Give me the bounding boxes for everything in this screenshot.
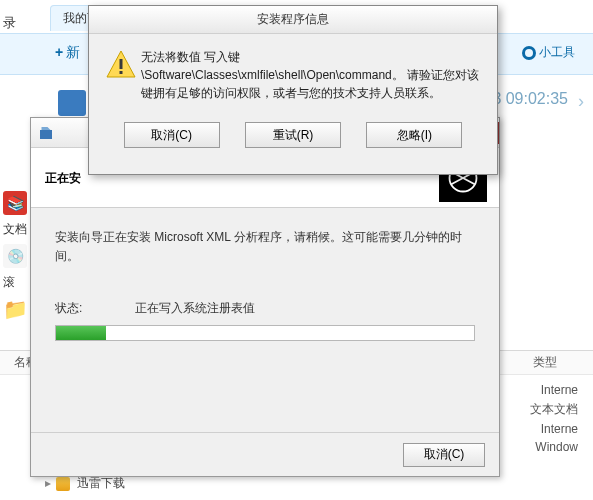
sidebar-docs-label: 文档	[3, 221, 27, 238]
left-edge-text: 录	[3, 14, 16, 32]
folder-icon[interactable]: 📁	[3, 297, 27, 321]
wizard-banner-title: 正在安	[45, 170, 81, 187]
dialog-titlebar[interactable]: 安装程序信息	[89, 6, 497, 34]
wizard-cancel-button[interactable]: 取消(C)	[403, 443, 485, 467]
left-sidebar: 📚 文档 💿 滚 📁	[0, 185, 30, 327]
dialog-line2: \Software\Classes\xmlfile\shell\Open\com…	[141, 66, 481, 102]
timestamp: 3 09:02:35	[492, 90, 568, 108]
status-text: 正在写入系统注册表值	[135, 300, 255, 317]
plus-icon: +	[55, 44, 63, 60]
sidebar-scroll-label: 滚	[3, 274, 27, 291]
tree-expand-icon[interactable]: ▸	[45, 476, 51, 490]
tree-node[interactable]: ▸ 迅雷下载	[45, 475, 125, 492]
app-icon[interactable]: 💿	[3, 244, 27, 268]
archive-icon[interactable]: 📚	[3, 191, 27, 215]
progress-bar	[55, 325, 475, 341]
progress-fill	[56, 326, 106, 340]
message-dialog: 安装程序信息 无法将数值 写入键 \Software\Classes\xmlfi…	[88, 5, 498, 175]
dialog-line1: 无法将数值 写入键	[141, 48, 481, 66]
book-icon	[58, 90, 86, 116]
dialog-cancel-button[interactable]: 取消(C)	[124, 122, 220, 148]
gear-icon	[522, 46, 536, 60]
tree-folder-icon	[56, 477, 70, 491]
status-row: 状态: 正在写入系统注册表值	[55, 300, 475, 317]
new-button[interactable]: +新	[55, 44, 80, 62]
svg-rect-0	[40, 130, 52, 139]
dialog-buttons: 取消(C) 重试(R) 忽略(I)	[89, 112, 497, 148]
wizard-footer: 取消(C)	[31, 432, 499, 476]
warning-icon	[105, 48, 141, 102]
wizard-message: 安装向导正在安装 Microsoft XML 分析程序，请稍候。这可能需要几分钟…	[55, 228, 475, 266]
new-label: 新	[66, 44, 80, 60]
installer-icon	[37, 124, 55, 142]
chevron-right-icon[interactable]: ›	[572, 86, 590, 116]
svg-rect-6	[120, 71, 123, 74]
dialog-title: 安装程序信息	[257, 11, 329, 28]
tools-label: 小工具	[539, 45, 575, 59]
svg-rect-5	[120, 59, 123, 69]
wizard-body: 安装向导正在安装 Microsoft XML 分析程序，请稍候。这可能需要几分钟…	[31, 208, 499, 341]
status-label: 状态:	[55, 300, 135, 317]
dialog-ignore-button[interactable]: 忽略(I)	[366, 122, 462, 148]
tree-label: 迅雷下载	[77, 476, 125, 490]
dialog-retry-button[interactable]: 重试(R)	[245, 122, 341, 148]
dialog-text: 无法将数值 写入键 \Software\Classes\xmlfile\shel…	[141, 48, 481, 102]
dialog-body: 无法将数值 写入键 \Software\Classes\xmlfile\shel…	[89, 34, 497, 112]
tools-button[interactable]: 小工具	[522, 44, 575, 61]
col-type[interactable]: 类型	[533, 354, 593, 371]
